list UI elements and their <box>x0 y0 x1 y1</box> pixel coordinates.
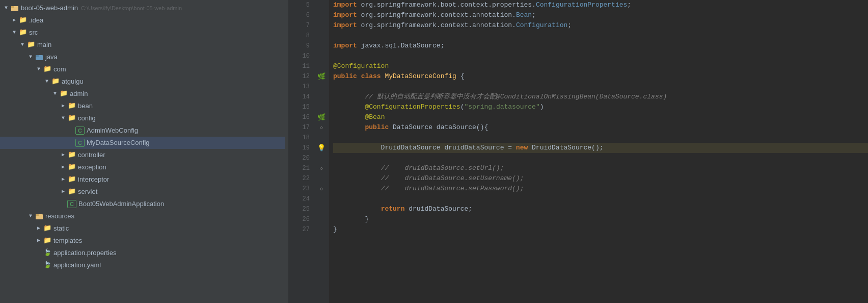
idea-folder-icon: 📁 <box>18 16 28 24</box>
run-icon-16[interactable]: 🌿 <box>317 113 326 121</box>
gutter-12[interactable]: 🌿 <box>314 71 329 82</box>
line-num-17: 17 <box>288 122 310 133</box>
bulb-icon-19[interactable]: 💡 <box>317 144 326 152</box>
gutter-13 <box>314 82 329 92</box>
line-num-16: 16 <box>288 112 310 122</box>
code-line-19: DruidDataSource druidDataSource = new Dr… <box>333 143 868 153</box>
bean-arrow: ▶ <box>59 102 67 110</box>
com-folder-icon: 📁 <box>43 65 52 73</box>
sidebar-item-templates[interactable]: ▶ 📁 templates <box>0 235 285 247</box>
templates-arrow: ▶ <box>35 237 43 245</box>
code-line-27: } <box>333 224 868 235</box>
gutter-15 <box>314 102 329 112</box>
sidebar-item-resources[interactable]: ▼ resources <box>0 210 285 222</box>
main-folder-icon: 📁 <box>26 41 36 49</box>
gutter-24 <box>314 194 329 204</box>
gutter-19[interactable]: 💡 <box>314 143 329 153</box>
adminwebconfig-label: AdminWebConfig <box>87 125 138 136</box>
line-num-9: 9 <box>288 41 310 51</box>
controller-arrow: ▶ <box>59 151 67 159</box>
sidebar-item-exception[interactable]: ▶ 📁 exception <box>0 161 285 173</box>
sidebar-item-java[interactable]: ▼ java <box>0 51 285 63</box>
sidebar-item-config[interactable]: ▼ 📁 config <box>0 112 285 124</box>
exception-folder-icon: 📁 <box>67 163 76 171</box>
resources-arrow: ▼ <box>26 212 35 220</box>
interceptor-arrow: ▶ <box>59 175 67 184</box>
controller-label: controller <box>78 150 105 160</box>
line-num-14: 14 <box>288 92 310 102</box>
diamond-icon-17: ◇ <box>320 124 323 131</box>
mydatasourceconfig-icon: C <box>75 139 85 147</box>
exception-arrow: ▶ <box>59 163 67 171</box>
sidebar-item-idea[interactable]: ▶ 📁 .idea <box>0 14 285 27</box>
code-line-25: return druidDataSource; <box>333 204 868 214</box>
servlet-arrow: ▶ <box>59 188 67 196</box>
code-line-18 <box>333 133 868 143</box>
sidebar-item-appproperties[interactable]: ▶ 🍃 application.properties <box>0 247 285 259</box>
code-line-7: import org.springframework.context.annot… <box>333 20 868 31</box>
gutter-11 <box>314 61 329 71</box>
line-num-26: 26 <box>288 214 310 224</box>
code-line-22: // druidDataSource.setUsername(); <box>333 173 868 184</box>
run-icon-12[interactable]: 🌿 <box>317 72 326 81</box>
gutter-7 <box>314 20 329 31</box>
config-folder-icon: 📁 <box>67 114 76 122</box>
code-line-16: @Bean <box>333 112 868 122</box>
sidebar-item-controller[interactable]: ▶ 📁 controller <box>0 149 285 161</box>
code-line-11: @Configuration <box>333 61 868 71</box>
sidebar-item-adminwebconfig[interactable]: ▶ C AdminWebConfig <box>0 124 285 137</box>
static-arrow: ▶ <box>35 224 43 233</box>
sidebar-item-com[interactable]: ▼ 📁 com <box>0 63 285 75</box>
line-num-5: 5 <box>288 0 310 10</box>
atguigu-folder-icon: 📁 <box>51 78 60 86</box>
resources-folder-icon <box>35 212 44 220</box>
gutter-9 <box>314 41 329 51</box>
config-arrow: ▼ <box>59 114 67 122</box>
sidebar-item-main[interactable]: ▼ 📁 main <box>0 39 285 51</box>
sidebar-item-atguigu[interactable]: ▼ 📁 atguigu <box>0 75 285 88</box>
gutter-22 <box>314 173 329 184</box>
com-label: com <box>53 64 66 74</box>
idea-arrow: ▶ <box>10 16 18 24</box>
sidebar-item-appyaml[interactable]: ▶ 🍃 application.yaml <box>0 259 285 271</box>
annotation-config-11: @Configuration <box>333 61 389 71</box>
servlet-label: servlet <box>78 187 97 197</box>
java-label: java <box>45 52 58 62</box>
sidebar-item-bean[interactable]: ▶ 📁 bean <box>0 100 285 112</box>
sidebar-item-boot05webadminapplication[interactable]: ▶ C Boot05WebAdminApplication <box>0 198 285 210</box>
sidebar-item-interceptor[interactable]: ▶ 📁 interceptor <box>0 173 285 186</box>
line-num-13: 13 <box>288 82 310 92</box>
appprops-label: application.properties <box>53 248 117 258</box>
code-line-8 <box>333 31 868 41</box>
code-line-24 <box>333 194 868 204</box>
main-label: main <box>37 40 51 50</box>
code-lines[interactable]: import org.springframework.boot.context.… <box>329 0 868 303</box>
sidebar-item-admin[interactable]: ▼ 📁 admin <box>0 88 285 100</box>
gutter-16[interactable]: 🌿 <box>314 112 329 122</box>
resources-label: resources <box>45 211 74 221</box>
sidebar-item-servlet[interactable]: ▶ 📁 servlet <box>0 186 285 198</box>
bean-label: bean <box>78 101 93 111</box>
code-line-21: // druidDataSource.setUrl(); <box>333 163 868 173</box>
appyaml-label: application.yaml <box>53 260 101 270</box>
gutter-27 <box>314 224 329 235</box>
code-line-5: import org.springframework.boot.context.… <box>333 0 868 10</box>
appyaml-icon: 🍃 <box>43 261 52 269</box>
servlet-folder-icon: 📁 <box>67 188 76 196</box>
java-arrow: ▼ <box>26 53 35 61</box>
gutter-14 <box>314 92 329 102</box>
code-line-6: import org.springframework.context.annot… <box>333 10 868 20</box>
line-num-23: 23 <box>288 184 310 194</box>
root-arrow: ▼ <box>2 4 10 12</box>
sidebar-item-static[interactable]: ▶ 📁 static <box>0 222 285 235</box>
src-folder-icon: 📁 <box>18 29 28 37</box>
line-num-7: 7 <box>288 20 310 31</box>
gutter-column: 🌿 🌿 ◇ 💡 ◇ ◇ <box>314 0 329 303</box>
root-project-item[interactable]: ▼ boot-05-web-admin C:\Users\lfy\Desktop… <box>0 2 285 14</box>
sidebar-item-mydatasourceconfig[interactable]: ▶ C MyDataSourceConfig <box>0 137 285 149</box>
code-line-10 <box>333 51 868 61</box>
sidebar-item-src[interactable]: ▼ 📁 src <box>0 27 285 39</box>
code-line-12: public class MyDataSourceConfig { <box>333 71 868 82</box>
com-arrow: ▼ <box>35 65 43 73</box>
gutter-5 <box>314 0 329 10</box>
